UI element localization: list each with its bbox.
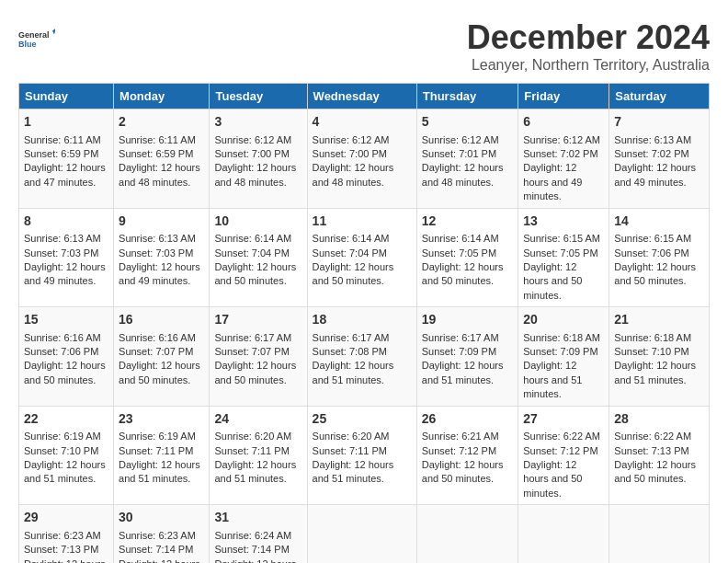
day-number: 26 <box>422 410 513 429</box>
sunrise-label: Sunrise: 6:24 AM <box>214 530 291 541</box>
day-number: 20 <box>523 311 604 329</box>
calendar-cell: 28 Sunrise: 6:22 AM Sunset: 7:13 PM Dayl… <box>609 406 710 505</box>
sunrise-label: Sunrise: 6:14 AM <box>214 233 291 244</box>
logo: General Blue <box>18 18 55 59</box>
calendar-cell: 23 Sunrise: 6:19 AM Sunset: 7:11 PM Dayl… <box>114 406 210 505</box>
day-number: 8 <box>24 213 108 231</box>
sunset-label: Sunset: 7:12 PM <box>422 445 496 456</box>
day-number: 18 <box>313 311 412 329</box>
sunset-label: Sunset: 7:14 PM <box>214 544 289 555</box>
daylight-label: Daylight: 12 hours and 51 minutes. <box>214 459 296 484</box>
daylight-label: Daylight: 12 hours and 51 minutes. <box>24 459 106 484</box>
sunrise-label: Sunrise: 6:21 AM <box>422 431 499 442</box>
sunset-label: Sunset: 6:59 PM <box>119 148 193 159</box>
calendar-cell: 18 Sunrise: 6:17 AM Sunset: 7:08 PM Dayl… <box>307 307 416 407</box>
sunset-label: Sunset: 7:10 PM <box>614 346 688 357</box>
day-number: 14 <box>614 213 704 231</box>
sunset-label: Sunset: 7:01 PM <box>422 148 496 159</box>
calendar-cell: 7 Sunrise: 6:13 AM Sunset: 7:02 PM Dayli… <box>609 109 710 209</box>
sunrise-label: Sunrise: 6:19 AM <box>119 431 196 442</box>
header-wednesday: Wednesday <box>307 84 416 109</box>
sunrise-label: Sunrise: 6:17 AM <box>313 332 390 343</box>
day-number: 1 <box>24 113 108 132</box>
sunrise-label: Sunrise: 6:22 AM <box>614 431 691 442</box>
calendar-cell: 26 Sunrise: 6:21 AM Sunset: 7:12 PM Dayl… <box>416 406 518 505</box>
week-row-2: 8 Sunrise: 6:13 AM Sunset: 7:03 PM Dayli… <box>19 208 710 307</box>
calendar-cell: 2 Sunrise: 6:11 AM Sunset: 6:59 PM Dayli… <box>114 109 210 209</box>
daylight-label: Daylight: 12 hours and 51 minutes. <box>614 360 696 385</box>
calendar-cell: 15 Sunrise: 6:16 AM Sunset: 7:06 PM Dayl… <box>19 307 114 407</box>
calendar-cell: 27 Sunrise: 6:22 AM Sunset: 7:12 PM Dayl… <box>518 406 609 505</box>
day-number: 21 <box>614 311 704 329</box>
daylight-label: Daylight: 12 hours and 49 minutes. <box>614 162 696 187</box>
daylight-label: Daylight: 12 hours and 51 minutes. <box>119 459 200 484</box>
week-row-4: 22 Sunrise: 6:19 AM Sunset: 7:10 PM Dayl… <box>19 406 710 505</box>
calendar-cell: 11 Sunrise: 6:14 AM Sunset: 7:04 PM Dayl… <box>307 208 416 307</box>
day-number: 23 <box>119 410 204 429</box>
sunrise-label: Sunrise: 6:20 AM <box>214 431 291 442</box>
day-number: 31 <box>214 509 301 527</box>
sunset-label: Sunset: 7:07 PM <box>214 346 289 357</box>
sunrise-label: Sunrise: 6:12 AM <box>214 134 291 145</box>
header-sunday: Sunday <box>19 84 114 109</box>
day-number: 27 <box>523 410 604 429</box>
daylight-label: Daylight: 12 hours and 50 minutes. <box>313 261 394 286</box>
header: General Blue December 2024 Leanyer, Nort… <box>18 18 710 74</box>
daylight-label: Daylight: 12 hours and 50 minutes. <box>614 261 696 286</box>
sunset-label: Sunset: 7:13 PM <box>614 445 688 456</box>
sunset-label: Sunset: 7:06 PM <box>24 346 98 357</box>
sunset-label: Sunset: 7:12 PM <box>523 445 597 456</box>
day-number: 6 <box>523 113 604 132</box>
page-title: December 2024 <box>467 18 710 57</box>
sunrise-label: Sunrise: 6:17 AM <box>214 332 291 343</box>
header-monday: Monday <box>114 84 210 109</box>
sunrise-label: Sunrise: 6:14 AM <box>422 233 499 244</box>
calendar-table: SundayMondayTuesdayWednesdayThursdayFrid… <box>18 83 710 563</box>
page-subtitle: Leanyer, Northern Territory, Australia <box>467 57 710 74</box>
daylight-label: Daylight: 12 hours and 50 minutes. <box>214 360 296 385</box>
calendar-cell: 1 Sunrise: 6:11 AM Sunset: 6:59 PM Dayli… <box>19 109 114 209</box>
week-row-3: 15 Sunrise: 6:16 AM Sunset: 7:06 PM Dayl… <box>19 307 710 407</box>
day-number: 30 <box>119 509 204 527</box>
header-thursday: Thursday <box>416 84 518 109</box>
daylight-label: Daylight: 12 hours and 50 minutes. <box>24 558 106 563</box>
sunrise-label: Sunrise: 6:17 AM <box>422 332 499 343</box>
calendar-cell: 6 Sunrise: 6:12 AM Sunset: 7:02 PM Dayli… <box>518 109 609 209</box>
day-number: 9 <box>119 213 204 231</box>
day-number: 7 <box>614 113 704 132</box>
day-number: 5 <box>422 113 513 132</box>
sunrise-label: Sunrise: 6:16 AM <box>119 332 196 343</box>
daylight-label: Daylight: 12 hours and 48 minutes. <box>422 162 504 187</box>
daylight-label: Daylight: 12 hours and 50 minutes. <box>24 360 106 385</box>
sunset-label: Sunset: 6:59 PM <box>24 148 98 159</box>
svg-marker-2 <box>52 29 55 35</box>
sunrise-label: Sunrise: 6:23 AM <box>119 530 196 541</box>
calendar-cell: 22 Sunrise: 6:19 AM Sunset: 7:10 PM Dayl… <box>19 406 114 505</box>
day-number: 24 <box>214 410 301 429</box>
day-number: 4 <box>313 113 412 132</box>
daylight-label: Daylight: 12 hours and 47 minutes. <box>24 162 106 187</box>
sunset-label: Sunset: 7:05 PM <box>422 247 496 259</box>
calendar-cell: 29 Sunrise: 6:23 AM Sunset: 7:13 PM Dayl… <box>19 505 114 563</box>
day-number: 15 <box>24 311 108 329</box>
daylight-label: Daylight: 12 hours and 50 minutes. <box>422 459 504 484</box>
daylight-label: Daylight: 12 hours and 48 minutes. <box>119 162 200 187</box>
sunset-label: Sunset: 7:05 PM <box>523 247 597 259</box>
sunset-label: Sunset: 7:14 PM <box>119 544 193 555</box>
sunrise-label: Sunrise: 6:12 AM <box>422 134 499 145</box>
sunset-label: Sunset: 7:07 PM <box>119 346 193 357</box>
sunrise-label: Sunrise: 6:15 AM <box>614 233 691 244</box>
calendar-cell: 9 Sunrise: 6:13 AM Sunset: 7:03 PM Dayli… <box>114 208 210 307</box>
calendar-cell: 30 Sunrise: 6:23 AM Sunset: 7:14 PM Dayl… <box>114 505 210 563</box>
sunrise-label: Sunrise: 6:13 AM <box>119 233 196 244</box>
sunrise-label: Sunrise: 6:22 AM <box>523 431 600 442</box>
daylight-label: Daylight: 12 hours and 51 minutes. <box>313 360 394 385</box>
calendar-cell: 21 Sunrise: 6:18 AM Sunset: 7:10 PM Dayl… <box>609 307 710 407</box>
sunset-label: Sunset: 7:13 PM <box>24 544 98 555</box>
svg-text:Blue: Blue <box>18 40 37 49</box>
sunrise-label: Sunrise: 6:11 AM <box>24 134 101 145</box>
day-number: 29 <box>24 509 108 527</box>
sunset-label: Sunset: 7:09 PM <box>523 346 597 357</box>
sunrise-label: Sunrise: 6:16 AM <box>24 332 101 343</box>
calendar-cell <box>609 505 710 563</box>
